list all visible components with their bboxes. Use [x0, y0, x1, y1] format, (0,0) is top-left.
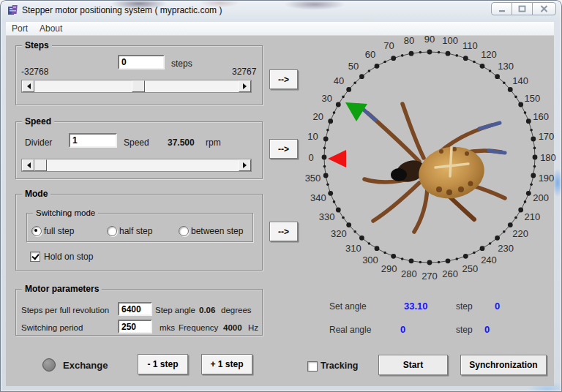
dial-tick [473, 61, 476, 64]
dial-tick [409, 51, 414, 56]
steps-scroll-left-button[interactable] [22, 80, 34, 92]
radio-full-step-label[interactable]: full step [44, 226, 74, 236]
menu-port[interactable]: Port [6, 23, 34, 34]
radio-between-step-label[interactable]: between step [191, 226, 243, 236]
mode-group-title: Mode [22, 189, 50, 200]
dial-tick [533, 155, 538, 160]
dial-tick [342, 216, 345, 219]
start-button[interactable]: Start [378, 355, 448, 375]
dial-tick [495, 74, 500, 79]
dial-tick [533, 147, 536, 150]
plus-step-button[interactable]: + 1 step [201, 354, 252, 374]
speed-scroll-left-button[interactable] [22, 159, 34, 171]
dial-degree-label: 320 [331, 228, 347, 239]
speed-value: 37.500 [168, 137, 195, 148]
divider-input[interactable] [69, 133, 117, 148]
motor-parameters-title: Motor parameters [22, 284, 102, 295]
speed-scrollbar[interactable] [21, 159, 252, 172]
hold-on-stop-label[interactable]: Hold on stop [44, 252, 93, 262]
dial-tick [333, 111, 336, 114]
dial-degree-label: 100 [442, 35, 458, 46]
dial-degree-label: 90 [424, 34, 435, 45]
dial-tick [427, 260, 432, 265]
frequency-label: Frequency [179, 323, 218, 332]
switching-mode-title: Switching mode [33, 208, 98, 219]
dial-tick [342, 96, 345, 99]
tracking-checkbox[interactable] [307, 361, 318, 372]
dial-degree-label: 330 [319, 211, 335, 222]
dial-tick [328, 118, 333, 124]
speed-scroll-thumb[interactable] [34, 159, 47, 171]
dial-degree-label: 70 [383, 40, 394, 51]
dial-tick [383, 252, 386, 255]
dial-degree-label: 40 [334, 75, 344, 86]
set-step-label: step [456, 301, 473, 312]
real-angle-marker [328, 150, 346, 167]
revolution-input[interactable] [118, 302, 152, 316]
dial-tick [518, 208, 523, 213]
dial-tick [514, 216, 517, 219]
dial-tick [438, 261, 441, 264]
minimize-button[interactable] [491, 2, 512, 15]
dial-degree-label: 160 [533, 111, 549, 122]
menu-about[interactable]: About [34, 23, 68, 34]
dial-tick [526, 118, 531, 124]
dial-tick [530, 129, 533, 132]
step-angle-unit: degrees [221, 306, 252, 314]
dial-degree-label: 200 [533, 192, 549, 203]
minus-step-button[interactable]: - 1 step [138, 354, 188, 374]
real-step-value: 0 [484, 324, 490, 335]
radio-full-step[interactable] [31, 226, 42, 236]
dial-tick [323, 147, 326, 150]
exchange-led [42, 358, 56, 372]
period-input[interactable] [118, 320, 152, 333]
set-step-value: 0 [495, 301, 500, 312]
dial-tick [524, 111, 527, 114]
maximize-button[interactable] [512, 2, 533, 15]
dial-tick [480, 246, 485, 251]
dial-tick [526, 191, 531, 196]
dial-degree-label: 310 [345, 243, 361, 254]
steps-scrollbar[interactable] [21, 80, 252, 93]
dial-tick [438, 51, 441, 54]
dial-tick [375, 246, 380, 251]
steps-scroll-thumb[interactable] [132, 80, 145, 92]
dial-tick [353, 81, 356, 84]
dial-tick [456, 54, 459, 57]
dial-degree-label: 340 [310, 192, 326, 203]
dial-degree-label: 220 [512, 228, 528, 239]
steps-input[interactable] [118, 55, 165, 69]
dial-degree-label: 170 [539, 131, 555, 142]
dial-tick [368, 69, 371, 72]
dial-degree-label: 190 [539, 173, 555, 184]
dial-tick [531, 137, 536, 142]
dial-tick [508, 87, 513, 92]
dial-tick [503, 81, 506, 84]
set-angle-label: Set angle [329, 301, 367, 312]
synchronization-button[interactable]: Synchronization [460, 355, 547, 375]
radio-between-step[interactable] [179, 226, 189, 236]
dial-tick [323, 137, 329, 142]
dial-tick [456, 257, 459, 260]
step-angle-value: 0.06 [199, 306, 215, 314]
dial-degree-label: 60 [365, 49, 375, 60]
dial-tick [336, 102, 341, 108]
speed-unit-label: rpm [206, 137, 221, 148]
dial-tick [531, 173, 536, 178]
hold-on-stop-checkbox[interactable] [30, 252, 40, 262]
tracking-label[interactable]: Tracking [321, 361, 358, 371]
dial-tick [328, 191, 333, 196]
steps-group-title: Steps [22, 40, 52, 51]
dial-tick [473, 252, 476, 255]
dial-degree-label: 280 [401, 268, 417, 279]
dial-degree-label: 270 [422, 271, 438, 282]
dial-tick [427, 50, 432, 55]
arrow-left-icon [24, 83, 31, 89]
radio-half-step-label[interactable]: half step [119, 226, 152, 236]
dial-tick [323, 173, 329, 178]
window-controls [492, 2, 556, 15]
close-button[interactable] [532, 2, 556, 15]
app-icon [7, 4, 19, 16]
radio-half-step[interactable] [107, 226, 117, 236]
dial-degree-label: 130 [498, 61, 514, 72]
